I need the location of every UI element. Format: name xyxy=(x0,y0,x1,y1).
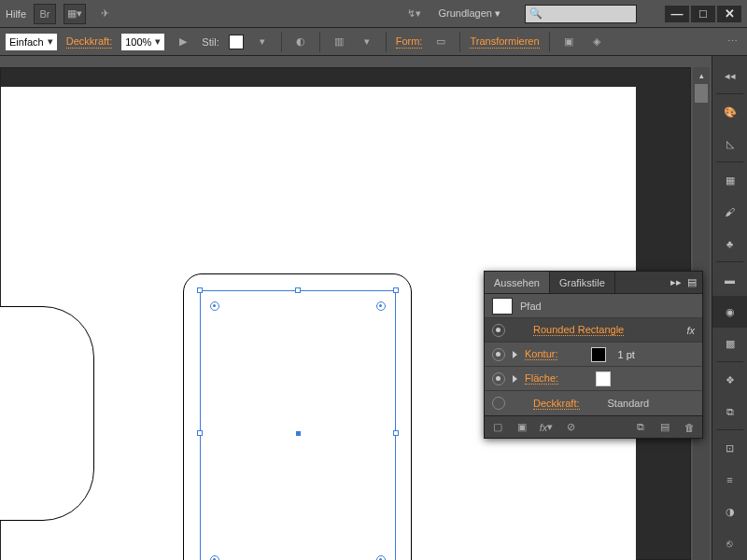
transform-link[interactable]: Transformieren xyxy=(470,35,539,49)
appearance-effect-row[interactable]: Rounded Rectangle fx xyxy=(485,318,702,343)
visibility-toggle-icon[interactable] xyxy=(492,372,505,385)
window-close-icon[interactable]: ✕ xyxy=(717,6,741,22)
menu-help[interactable]: Hilfe xyxy=(6,8,26,20)
separator xyxy=(319,32,320,52)
panel-footer: ▢ ▣ fx▾ ⊘ ⧉ ▤ 🗑 xyxy=(485,415,702,438)
workspace-label-text: Grundlagen xyxy=(438,7,492,19)
selection-handle-nw[interactable] xyxy=(197,287,203,293)
rounded-rect-shape-left[interactable] xyxy=(0,306,94,521)
color-palette-icon[interactable]: 🎨 xyxy=(712,96,747,128)
visibility-toggle-icon[interactable] xyxy=(492,348,505,361)
gpu-perf-icon[interactable]: ✈ xyxy=(93,4,116,24)
appearance-stroke-row[interactable]: Kontur: 1 pt xyxy=(485,343,702,367)
stroke-label-link[interactable]: Kontur: xyxy=(525,348,557,360)
separator xyxy=(459,32,460,52)
transform-icon[interactable]: ⊡ xyxy=(712,432,747,464)
appearance-fill-row[interactable]: Fläche: xyxy=(485,367,702,391)
panel-body: Pfad Rounded Rectangle fx Kontur: 1 pt F… xyxy=(485,294,702,415)
appearance-panel: Aussehen Grafikstile ▸▸ ▤ Pfad Rounded R… xyxy=(484,271,703,439)
sync-settings-icon[interactable]: ↯▾ xyxy=(404,5,423,23)
scroll-thumb[interactable] xyxy=(695,84,708,103)
symbols-icon[interactable]: ♣ xyxy=(712,228,747,259)
align-to-icon[interactable]: ▥ xyxy=(330,33,348,51)
effect-name-link[interactable]: Rounded Rectangle xyxy=(533,324,624,336)
new-fill-icon[interactable]: ▣ xyxy=(514,420,529,435)
align-dropdown-icon[interactable]: ▾ xyxy=(358,33,376,51)
target-type-label: Pfad xyxy=(520,301,542,312)
live-corner-sw[interactable] xyxy=(210,555,219,560)
align-icon[interactable]: ≡ xyxy=(712,464,747,496)
search-input[interactable]: 🔍 xyxy=(525,5,637,23)
workspace-switcher[interactable]: Grundlagen ▾ xyxy=(430,7,508,20)
bridge-icon[interactable]: Br xyxy=(34,4,56,24)
stroke-weight-value[interactable]: 1 pt xyxy=(617,349,634,360)
pathfinder-icon[interactable]: ◑ xyxy=(712,496,747,527)
swatches-grid-icon[interactable]: ▦ xyxy=(712,164,747,196)
recolor-icon[interactable]: ◐ xyxy=(291,33,310,51)
stroke-icon[interactable]: ▬ xyxy=(712,264,747,296)
fill-color-swatch[interactable] xyxy=(596,371,611,386)
panel-collapse-icon[interactable]: ▸▸ xyxy=(670,276,682,288)
selection-handle-ne[interactable] xyxy=(393,287,399,293)
selection-handle-e[interactable] xyxy=(393,430,399,436)
arrange-docs-icon[interactable]: ▦▾ xyxy=(63,4,86,24)
live-corner-nw[interactable] xyxy=(210,301,219,311)
layers-icon[interactable]: ❖ xyxy=(712,364,747,396)
selection-bounding-box[interactable] xyxy=(200,290,396,560)
panel-menu-icon[interactable]: ▤ xyxy=(687,276,697,288)
add-effect-icon[interactable]: fx▾ xyxy=(539,420,554,435)
edit-clip-icon[interactable]: ◈ xyxy=(587,33,606,51)
fx-badge-icon[interactable]: fx xyxy=(686,325,695,336)
appearance-opacity-row[interactable]: Deckkraft: Standard xyxy=(485,391,702,415)
artboards-icon[interactable]: ⧉ xyxy=(712,396,747,427)
selection-handle-w[interactable] xyxy=(197,430,203,436)
shape-link[interactable]: Form: xyxy=(396,35,423,49)
opacity-link[interactable]: Deckkraft: xyxy=(66,35,113,49)
appearance-icon[interactable]: ◉ xyxy=(712,296,747,328)
blend-mode-value: Einfach xyxy=(9,36,44,48)
expand-dock-icon[interactable]: ◂◂ xyxy=(712,60,747,91)
blend-mode-select[interactable]: Einfach▾ xyxy=(6,34,57,50)
window-minimize-icon[interactable]: — xyxy=(665,6,689,22)
target-thumbnail-icon xyxy=(492,298,513,315)
selection-handle-n[interactable] xyxy=(295,287,301,293)
visibility-toggle-icon[interactable] xyxy=(492,324,505,337)
tab-graphic-styles[interactable]: Grafikstile xyxy=(550,272,615,293)
separator xyxy=(386,32,387,52)
clear-appearance-icon[interactable]: ⊘ xyxy=(563,420,578,435)
menubar: Hilfe Br ▦▾ ✈ ↯▾ Grundlagen ▾ 🔍 — □ ✕ xyxy=(0,0,747,28)
stroke-color-swatch[interactable] xyxy=(591,347,606,362)
separator xyxy=(281,32,282,52)
shape-props-icon[interactable]: ▭ xyxy=(431,33,450,51)
new-art-icon[interactable]: ▤ xyxy=(657,420,672,435)
style-label: Stil: xyxy=(202,36,218,48)
live-corner-se[interactable] xyxy=(376,555,386,560)
opacity-value: 100% xyxy=(125,36,151,48)
duplicate-item-icon[interactable]: ⧉ xyxy=(633,420,648,435)
expand-row-icon[interactable] xyxy=(513,351,517,358)
actions-icon[interactable]: ⎋ xyxy=(712,527,747,559)
live-corner-ne[interactable] xyxy=(376,301,386,311)
options-bar: Einfach▾ Deckkraft: 100%▾ ▶ Stil: ▾ ◐ ▥ … xyxy=(0,28,747,56)
visibility-toggle-icon[interactable] xyxy=(492,397,505,410)
opacity-label-link[interactable]: Deckkraft: xyxy=(533,398,580,410)
scroll-up-arrow-icon[interactable]: ▴ xyxy=(693,67,710,84)
style-dropdown-icon[interactable]: ▾ xyxy=(253,33,272,51)
appearance-target-row[interactable]: Pfad xyxy=(485,294,702,318)
new-stroke-icon[interactable]: ▢ xyxy=(490,420,505,435)
isolate-icon[interactable]: ▣ xyxy=(559,33,578,51)
expand-row-icon[interactable] xyxy=(513,375,517,383)
brushes-icon[interactable]: 🖌 xyxy=(712,196,747,228)
graphic-style-swatch[interactable] xyxy=(229,35,244,49)
window-maximize-icon[interactable]: □ xyxy=(691,6,715,22)
control-panel-menu-icon[interactable]: ⋯ xyxy=(723,33,741,51)
color-guide-icon[interactable]: ◺ xyxy=(712,128,747,160)
selection-center-point[interactable] xyxy=(296,431,301,436)
opacity-input[interactable]: 100%▾ xyxy=(121,34,164,50)
tab-appearance[interactable]: Aussehen xyxy=(485,272,550,293)
opacity-step-icon[interactable]: ▶ xyxy=(174,33,192,51)
delete-item-icon[interactable]: 🗑 xyxy=(682,420,697,435)
panel-tabstrip: Aussehen Grafikstile ▸▸ ▤ xyxy=(485,272,702,294)
fill-label-link[interactable]: Fläche: xyxy=(525,372,558,385)
transparency-icon[interactable]: ▩ xyxy=(712,328,747,359)
